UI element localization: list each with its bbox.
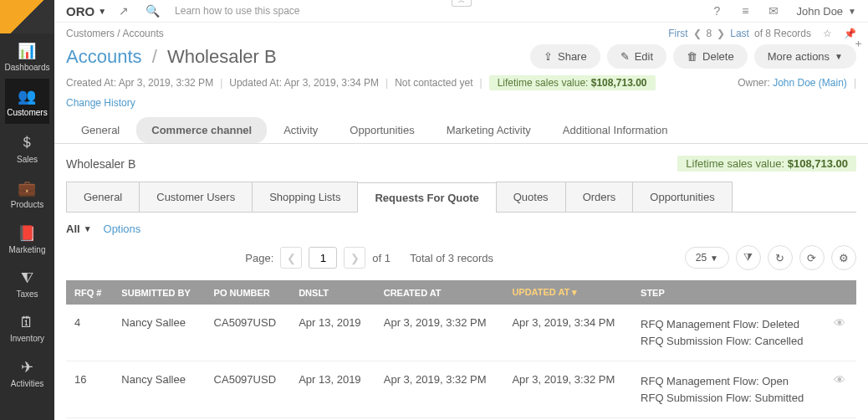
nav-position: 8 — [707, 28, 712, 39]
sidebar-item-label: Dashboards — [5, 63, 50, 72]
col-submitted-by[interactable]: SUBMITTED BY — [113, 280, 205, 305]
taxes-icon: ⧨ — [21, 269, 33, 287]
cell-submitted-by: Nancy Sallee — [113, 305, 205, 361]
breadcrumb-current: Accounts — [122, 28, 163, 39]
dashboards-icon: 📊 — [18, 42, 36, 60]
page-input[interactable] — [309, 247, 337, 269]
filter-button[interactable]: ⧩ — [736, 245, 761, 270]
col-po-number[interactable]: PO NUMBER — [206, 280, 291, 305]
tab-additional-information[interactable]: Additional Information — [548, 117, 683, 143]
app-logo[interactable] — [0, 0, 54, 33]
user-menu[interactable]: John Doe ▼ — [796, 5, 856, 18]
tab-general[interactable]: General — [66, 117, 135, 143]
filter-all-dropdown[interactable]: All ▼ — [66, 223, 92, 235]
page-size-selector[interactable]: 25▼ — [685, 247, 729, 269]
subtab-shopping-lists[interactable]: Shopping Lists — [252, 182, 358, 212]
subtab-quotes[interactable]: Quotes — [496, 182, 566, 212]
add-widget-button[interactable]: ＋ — [848, 33, 868, 54]
help-button[interactable]: ? — [706, 0, 728, 22]
products-icon: 💼 — [18, 179, 36, 197]
share-icon: ⇪ — [544, 50, 553, 63]
cell-updated: Apr 3, 2019, 3:32 PM — [503, 361, 632, 418]
col-created-at[interactable]: CREATED AT — [375, 280, 504, 305]
share-button[interactable]: ⇪Share — [530, 44, 600, 69]
caret-down-icon: ▼ — [98, 7, 106, 16]
org-switcher[interactable]: ORO ▼ — [66, 4, 106, 18]
sidebar-item-sales[interactable]: ＄Sales — [5, 124, 50, 171]
collapse-topbar-button[interactable]: ︿ — [452, 0, 472, 7]
owner-link[interactable]: John Doe (Main) — [773, 77, 847, 89]
subtab-orders[interactable]: Orders — [565, 182, 634, 212]
record-navigator: First ❮ 8 ❯ Last of 8 Records ☆ 📌 — [668, 28, 856, 39]
tab-activity[interactable]: Activity — [268, 117, 333, 143]
gear-icon: ⚙ — [839, 252, 849, 264]
funnel-icon: ⧩ — [743, 251, 753, 264]
cell-updated: Apr 3, 2019, 3:34 PM — [503, 305, 632, 361]
favorite-button[interactable]: ☆ — [823, 28, 832, 39]
table-row[interactable]: 16Nancy SalleeCA5097USDApr 13, 2019Apr 3… — [66, 361, 856, 418]
search-button[interactable]: 🔍 — [141, 0, 163, 22]
page-next[interactable]: ❯ — [344, 247, 365, 269]
reset-button[interactable]: ⟳ — [799, 245, 825, 270]
subtab-requests-for-quote[interactable]: Requests For Quote — [357, 182, 496, 213]
view-row-button[interactable]: 👁 — [834, 316, 845, 330]
nav-prev[interactable]: ❮ — [693, 28, 702, 39]
cell-rfq: 4 — [66, 305, 113, 361]
delete-button[interactable]: 🗑Delete — [673, 44, 748, 69]
subtab-general[interactable]: General — [66, 182, 140, 212]
col-updated-at[interactable]: UPDATED AT ▾ — [503, 280, 632, 305]
refresh-button[interactable]: ↻ — [768, 245, 793, 270]
inventory-icon: 🗓 — [19, 314, 34, 331]
tab-marketing-activity[interactable]: Marketing Activity — [431, 117, 546, 143]
sort-desc-icon: ▾ — [572, 287, 577, 297]
sidebar-item-inventory[interactable]: 🗓Inventory — [5, 305, 50, 350]
breadcrumb: Customers / Accounts — [66, 28, 164, 39]
sidebar-item-customers[interactable]: 👥Customers — [5, 79, 50, 124]
change-history-link[interactable]: Change History — [66, 97, 135, 109]
col-step[interactable]: STEP — [632, 280, 825, 305]
sidebar-item-label: Customers — [7, 108, 47, 117]
nav-next[interactable]: ❯ — [717, 28, 725, 39]
sidebar-item-marketing[interactable]: 📕Marketing — [5, 216, 50, 261]
title-back-link[interactable]: Accounts — [66, 46, 142, 67]
caret-down-icon: ▼ — [84, 224, 92, 233]
subtab-customer-users[interactable]: Customer Users — [139, 182, 253, 212]
edit-button[interactable]: ✎Edit — [607, 44, 666, 69]
external-icon: ↗ — [119, 4, 129, 18]
col-dnslt[interactable]: DNSLT — [290, 280, 375, 305]
settings-button[interactable]: ⚙ — [831, 245, 856, 270]
notifications-button[interactable]: ≡ — [734, 0, 756, 22]
nav-last[interactable]: Last — [730, 28, 749, 39]
shortcut-button[interactable]: ↗ — [113, 0, 135, 22]
tab-opportunities[interactable]: Opportunities — [334, 117, 429, 143]
sidebar-item-label: Activities — [11, 379, 43, 388]
sidebar-item-dashboards[interactable]: 📊Dashboards — [5, 33, 50, 79]
grid-options-link[interactable]: Options — [104, 223, 141, 235]
subtab-opportunities[interactable]: Opportunities — [632, 182, 732, 212]
nav-first[interactable]: First — [668, 28, 687, 39]
page-total: of 1 — [372, 252, 391, 264]
view-row-button[interactable]: 👁 — [834, 373, 845, 387]
col-rfq-[interactable]: RFQ # — [66, 280, 113, 305]
help-hint[interactable]: Learn how to use this space — [175, 5, 299, 17]
nav-of: of 8 Records — [754, 28, 811, 39]
mail-icon: ✉ — [768, 4, 779, 18]
breadcrumb-parent[interactable]: Customers — [66, 28, 115, 39]
sidebar-item-products[interactable]: 💼Products — [5, 171, 50, 216]
channel-lifetime-badge: Lifetime sales value: $108,713.00 — [677, 156, 856, 172]
table-row[interactable]: 4Nancy SalleeCA5097USDApr 13, 2019Apr 3,… — [66, 305, 856, 361]
sidebar-item-taxes[interactable]: ⧨Taxes — [5, 261, 50, 305]
cell-submitted-by: Nancy Sallee — [113, 361, 205, 418]
tab-commerce-channel[interactable]: Commerce channel — [136, 117, 267, 143]
sidebar-item-label: Marketing — [9, 245, 46, 254]
rfq-table: RFQ #SUBMITTED BYPO NUMBERDNSLTCREATED A… — [66, 280, 856, 420]
cell-dnslt: Apr 13, 2019 — [290, 361, 375, 418]
sales-icon: ＄ — [19, 132, 34, 152]
email-button[interactable]: ✉ — [763, 0, 784, 22]
channel-tabs: GeneralCustomer UsersShopping ListsReque… — [66, 182, 856, 213]
topbar: ︿ ORO ▼ ↗ 🔍 Learn how to use this space … — [54, 0, 868, 23]
more-actions-button[interactable]: More actions▼ — [754, 44, 856, 69]
brand-label: ORO — [66, 4, 94, 18]
page-prev[interactable]: ❮ — [280, 247, 302, 269]
sidebar-item-activities[interactable]: ✈Activities — [5, 350, 50, 395]
